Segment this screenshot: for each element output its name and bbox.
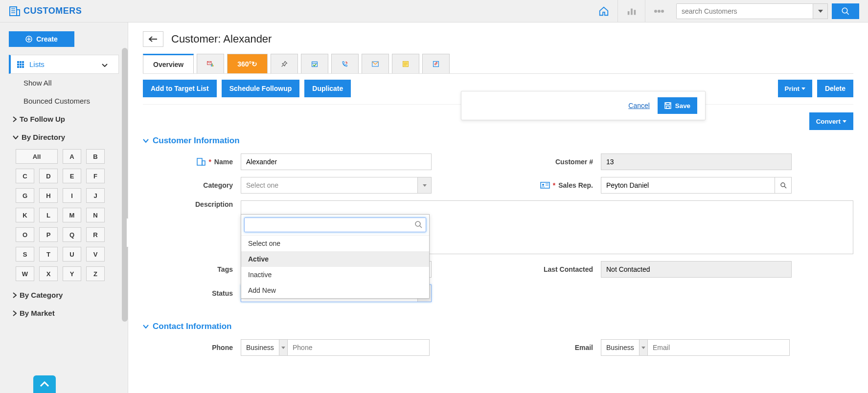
letter-t[interactable]: T	[39, 247, 58, 262]
expand-up-button[interactable]	[33, 375, 56, 393]
letter-c[interactable]: C	[16, 169, 34, 183]
sales-rep-lookup[interactable]	[775, 177, 792, 194]
tab-calendar-check[interactable]	[301, 54, 328, 73]
letter-all[interactable]: All	[16, 149, 58, 164]
letter-x[interactable]: X	[39, 266, 58, 281]
svg-rect-24	[22, 66, 24, 68]
section-customer-info[interactable]: Customer Information	[143, 136, 853, 146]
dropdown-option-active[interactable]: Active	[241, 251, 429, 267]
tab-envelope-stats[interactable]	[197, 54, 224, 73]
customer-no-label: Customer #	[503, 158, 601, 166]
category-dropdown-panel: Select one Active Inactive Add New	[241, 214, 430, 299]
letter-h[interactable]: H	[39, 188, 58, 203]
dropdown-option-selectone[interactable]: Select one	[241, 236, 429, 251]
tab-360[interactable]: 360°↻	[227, 54, 268, 73]
letter-e[interactable]: E	[63, 169, 81, 183]
dropdown-option-addnew[interactable]: Add New	[241, 283, 429, 298]
dropdown-option-inactive[interactable]: Inactive	[241, 267, 429, 283]
letter-o[interactable]: O	[16, 227, 34, 242]
sidebar-item-showall[interactable]: Show All	[9, 74, 119, 92]
letter-b[interactable]: B	[86, 149, 105, 164]
save-button[interactable]: Save	[658, 97, 697, 114]
letter-p[interactable]: P	[39, 227, 58, 242]
letter-q[interactable]: Q	[63, 227, 81, 242]
name-field[interactable]	[241, 153, 432, 170]
caret-down-icon	[801, 87, 805, 90]
sidebar-item-directory[interactable]: By Directory	[9, 128, 119, 146]
note-icon	[402, 60, 409, 68]
letter-y[interactable]: Y	[63, 266, 81, 281]
last-contacted-field	[601, 261, 792, 278]
sidebar-item-market[interactable]: By Market	[9, 304, 119, 322]
scrollbar[interactable]	[122, 48, 128, 322]
search-button[interactable]	[832, 3, 859, 19]
sidebar-lists[interactable]: Lists	[9, 55, 119, 74]
svg-point-9	[658, 10, 661, 13]
tab-mail[interactable]	[362, 54, 389, 73]
home-icon[interactable]	[590, 0, 617, 22]
tab-phone[interactable]	[331, 54, 359, 73]
search-input[interactable]	[676, 3, 813, 19]
schedule-followup-button[interactable]: Schedule Followup	[222, 80, 300, 97]
letter-z[interactable]: Z	[86, 266, 105, 281]
duplicate-button[interactable]: Duplicate	[304, 80, 351, 97]
section-contact-info[interactable]: Contact Information	[143, 322, 853, 331]
svg-rect-19	[17, 64, 19, 66]
letter-r[interactable]: R	[86, 227, 105, 242]
category-select[interactable]: Select one	[241, 177, 432, 194]
search-icon	[841, 7, 850, 16]
save-popup: Cancel Save	[461, 91, 706, 120]
letter-k[interactable]: K	[16, 208, 34, 222]
phone-type-select[interactable]: Business	[241, 339, 288, 356]
tab-overview[interactable]: Overview	[143, 54, 194, 73]
tab-note[interactable]	[392, 54, 419, 73]
letter-i[interactable]: I	[63, 188, 81, 203]
tab-pin[interactable]	[271, 54, 298, 73]
cancel-link[interactable]: Cancel	[628, 102, 650, 109]
delete-button[interactable]: Delete	[817, 80, 853, 97]
convert-button[interactable]: Convert	[809, 112, 853, 130]
sales-rep-field[interactable]	[601, 177, 775, 194]
sidebar-item-bounced[interactable]: Bounced Customers	[9, 92, 119, 110]
svg-rect-23	[20, 66, 22, 68]
email-field[interactable]	[648, 339, 790, 356]
app-brand[interactable]: CUSTOMERS	[9, 6, 82, 17]
phone-field[interactable]	[288, 339, 430, 356]
back-button[interactable]	[143, 31, 163, 47]
svg-rect-38	[666, 103, 670, 105]
letter-n[interactable]: N	[86, 208, 105, 222]
letter-s[interactable]: S	[16, 247, 34, 262]
tags-label: Tags	[143, 265, 241, 273]
caret-down-icon	[281, 347, 285, 349]
letter-f[interactable]: F	[86, 169, 105, 183]
chevron-down-icon	[102, 60, 113, 68]
letter-u[interactable]: U	[63, 247, 81, 262]
dropdown-search-input[interactable]	[244, 218, 426, 232]
category-label: Category	[143, 181, 241, 189]
caret-down-icon	[641, 347, 645, 349]
letter-v[interactable]: V	[86, 247, 105, 262]
letter-l[interactable]: L	[39, 208, 58, 222]
caret-down-icon	[843, 120, 846, 123]
svg-rect-5	[627, 11, 629, 15]
letter-w[interactable]: W	[16, 266, 34, 281]
add-target-button[interactable]: Add to Target List	[143, 80, 217, 97]
sidebar-item-category[interactable]: By Category	[9, 286, 119, 304]
svg-rect-22	[17, 66, 19, 68]
create-button[interactable]: Create	[9, 31, 74, 47]
chevron-down-icon	[143, 139, 149, 143]
more-icon[interactable]	[645, 0, 672, 22]
tab-attachment[interactable]	[422, 54, 450, 73]
print-button[interactable]: Print	[778, 80, 812, 97]
sidebar-item-followup[interactable]: To Follow Up	[9, 110, 119, 128]
email-type-select[interactable]: Business	[601, 339, 648, 356]
letter-m[interactable]: M	[63, 208, 81, 222]
status-label: Status	[143, 289, 241, 297]
letter-j[interactable]: J	[86, 188, 105, 203]
letter-g[interactable]: G	[16, 188, 34, 203]
chart-icon[interactable]	[617, 0, 645, 22]
search-dropdown[interactable]	[813, 3, 828, 19]
letter-d[interactable]: D	[39, 169, 58, 183]
letter-a[interactable]: A	[63, 149, 81, 164]
svg-line-12	[846, 12, 849, 15]
